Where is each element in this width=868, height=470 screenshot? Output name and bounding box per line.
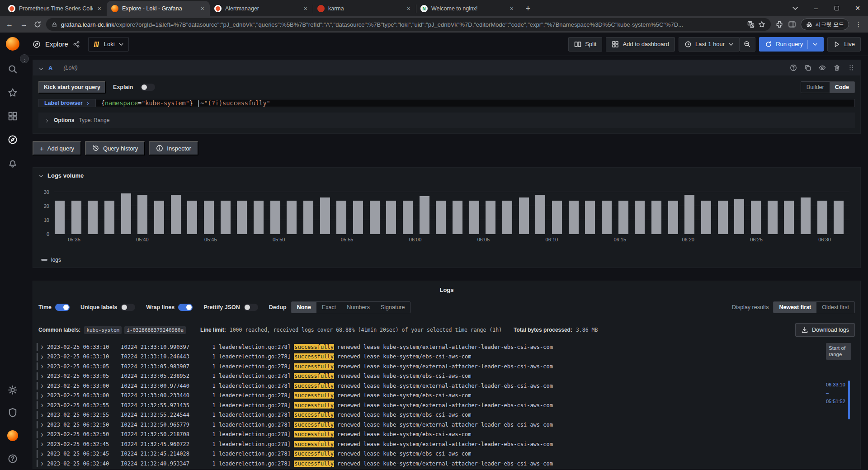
dedup-numbers-option[interactable]: Numbers xyxy=(341,302,375,313)
legend-series-label[interactable]: logs xyxy=(51,257,61,263)
log-row[interactable]: ❯ 2023-02-25 06:33:05 I0224 21:33:05.238… xyxy=(37,371,822,381)
browser-tab[interactable]: Alertmanager × xyxy=(210,1,313,16)
expand-row-chevron-icon[interactable]: ❯ xyxy=(41,403,43,408)
collapse-chevron-icon[interactable] xyxy=(38,173,44,179)
log-row[interactable]: ❯ 2023-02-25 06:32:55 I0224 21:32:55.971… xyxy=(37,400,822,410)
log-row[interactable]: ❯ 2023-02-25 06:33:00 I0224 21:33:00.977… xyxy=(37,381,822,391)
tab-close-icon[interactable]: × xyxy=(509,5,514,12)
reload-icon[interactable] xyxy=(33,20,42,28)
wrap-lines-toggle[interactable] xyxy=(178,304,193,311)
expand-row-chevron-icon[interactable]: ❯ xyxy=(41,432,43,437)
tab-search-icon[interactable] xyxy=(785,0,806,16)
tab-close-icon[interactable]: × xyxy=(303,5,308,12)
browser-tab[interactable]: Explore - Loki - Grafana × xyxy=(107,1,210,16)
logql-query-input[interactable]: {namespace="kube-system"} |~"(?i)success… xyxy=(95,99,855,107)
search-icon[interactable] xyxy=(8,64,18,74)
log-row[interactable]: ❯ 2023-02-25 06:33:10 I0224 21:33:10.246… xyxy=(37,352,822,362)
code-mode-option[interactable]: Code xyxy=(830,82,854,93)
starred-icon[interactable] xyxy=(8,88,18,98)
minimize-button[interactable]: – xyxy=(806,0,826,16)
log-row[interactable]: ❯ 2023-02-25 06:32:40 I0224 21:32:40.953… xyxy=(37,459,822,469)
expand-row-chevron-icon[interactable]: ❯ xyxy=(41,393,43,398)
log-row[interactable]: ❯ 2023-02-25 06:32:45 I0224 21:32:45.960… xyxy=(37,439,822,449)
query-row-header[interactable]: A (Loki) xyxy=(33,60,860,75)
chevron-down-icon[interactable] xyxy=(812,42,818,47)
dedup-exact-option[interactable]: Exact xyxy=(316,302,341,313)
expand-row-chevron-icon[interactable]: ❯ xyxy=(41,364,43,369)
builder-mode-option[interactable]: Builder xyxy=(801,82,830,93)
settings-gear-icon[interactable] xyxy=(8,385,18,395)
explain-toggle[interactable] xyxy=(141,84,155,91)
back-icon[interactable]: ← xyxy=(5,20,14,28)
start-of-range-button[interactable]: Start of range xyxy=(826,343,851,360)
log-row[interactable]: ❯ 2023-02-25 06:33:05 I0224 21:33:05.983… xyxy=(37,362,822,371)
tab-close-icon[interactable]: × xyxy=(200,5,205,12)
restore-button[interactable] xyxy=(826,0,847,16)
browser-tab[interactable]: N Welcome to nginx! × xyxy=(416,1,519,16)
query-history-button[interactable]: Query history xyxy=(85,141,145,155)
expand-row-chevron-icon[interactable]: ❯ xyxy=(41,442,43,446)
drag-handle-icon[interactable] xyxy=(848,64,855,71)
time-toggle[interactable] xyxy=(55,304,70,311)
close-window-button[interactable]: ✕ xyxy=(847,0,868,16)
zoom-out-time-button[interactable] xyxy=(739,37,755,52)
duplicate-query-icon[interactable] xyxy=(804,64,811,71)
log-row[interactable]: ❯ 2023-02-25 06:32:50 I0224 21:32:50.218… xyxy=(37,430,822,440)
add-to-dashboard-button[interactable]: Add to dashboard xyxy=(606,37,675,52)
log-row[interactable]: ❯ 2023-02-25 06:32:55 I0224 21:32:55.224… xyxy=(37,410,822,420)
run-query-button[interactable]: Run query xyxy=(759,37,824,52)
browser-tab[interactable]: Prometheus Time Series Collecti × xyxy=(4,1,107,16)
inspector-button[interactable]: Inspector xyxy=(149,141,198,155)
side-panel-icon[interactable] xyxy=(788,20,796,28)
expand-row-chevron-icon[interactable]: ❯ xyxy=(41,344,43,349)
disable-query-eye-icon[interactable] xyxy=(819,64,826,71)
expand-row-chevron-icon[interactable]: ❯ xyxy=(41,451,43,456)
time-range-picker[interactable]: Last 1 hour xyxy=(679,37,740,52)
new-tab-button[interactable]: + xyxy=(522,2,534,15)
expand-row-chevron-icon[interactable]: ❯ xyxy=(41,383,43,388)
address-bar[interactable]: grafana.learn-dc.link/explore?orgId=1&le… xyxy=(46,18,771,31)
add-query-button[interactable]: + Add query xyxy=(33,141,81,155)
logs-scrollbar[interactable] xyxy=(848,381,850,419)
browser-menu-icon[interactable]: ⋮ xyxy=(854,20,863,28)
translate-icon[interactable] xyxy=(747,21,755,28)
dedup-none-option[interactable]: None xyxy=(292,302,316,313)
prettify-json-toggle[interactable] xyxy=(244,304,258,311)
grafana-logo[interactable] xyxy=(6,37,19,51)
unique-labels-toggle[interactable] xyxy=(121,304,135,311)
log-row[interactable]: ❯ 2023-02-25 06:32:50 I0224 21:32:50.965… xyxy=(37,420,822,430)
profile-avatar[interactable] xyxy=(7,430,18,441)
log-row[interactable]: ❯ 2023-02-25 06:32:45 I0224 21:32:45.214… xyxy=(37,449,822,459)
alerting-bell-icon[interactable] xyxy=(8,158,18,168)
apps-grid-icon[interactable] xyxy=(8,111,18,121)
download-logs-button[interactable]: Download logs xyxy=(795,323,855,337)
query-options-bar[interactable]: Options Type: Range xyxy=(38,113,855,128)
query-help-icon[interactable] xyxy=(790,64,797,71)
newest-first-option[interactable]: Newest first xyxy=(774,302,816,313)
log-row[interactable]: ❯ 2023-02-25 06:33:10 I0224 21:33:10.990… xyxy=(37,342,822,352)
expand-row-chevron-icon[interactable]: ❯ xyxy=(41,354,43,359)
live-button[interactable]: Live xyxy=(827,37,861,52)
collapse-chevron-icon[interactable] xyxy=(38,65,44,70)
security-shield-icon[interactable] xyxy=(8,408,18,418)
chart-legend[interactable]: logs xyxy=(38,255,855,264)
extensions-puzzle-icon[interactable] xyxy=(775,20,783,28)
tab-close-icon[interactable]: × xyxy=(97,5,102,12)
sidebar-expand-button[interactable] xyxy=(20,54,29,63)
kick-start-query-button[interactable]: Kick start your query xyxy=(38,81,106,94)
bookmark-star-icon[interactable] xyxy=(758,21,765,28)
expand-row-chevron-icon[interactable]: ❯ xyxy=(41,422,43,427)
log-row[interactable]: ❯ 2023-02-25 06:33:00 I0224 21:33:00.233… xyxy=(37,391,822,401)
forward-icon[interactable]: → xyxy=(19,20,29,28)
remove-query-trash-icon[interactable] xyxy=(833,64,840,71)
browser-tab[interactable]: karma × xyxy=(313,1,416,16)
dedup-signature-option[interactable]: Signature xyxy=(375,302,410,313)
split-button[interactable]: Split xyxy=(568,37,602,52)
datasource-picker[interactable]: Loki xyxy=(88,37,129,52)
help-icon[interactable] xyxy=(8,454,18,464)
explore-compass-icon[interactable] xyxy=(8,135,18,145)
share-icon[interactable] xyxy=(73,41,80,48)
label-browser-button[interactable]: Label browser xyxy=(38,99,95,107)
expand-row-chevron-icon[interactable]: ❯ xyxy=(41,461,43,466)
tab-close-icon[interactable]: × xyxy=(406,5,411,12)
